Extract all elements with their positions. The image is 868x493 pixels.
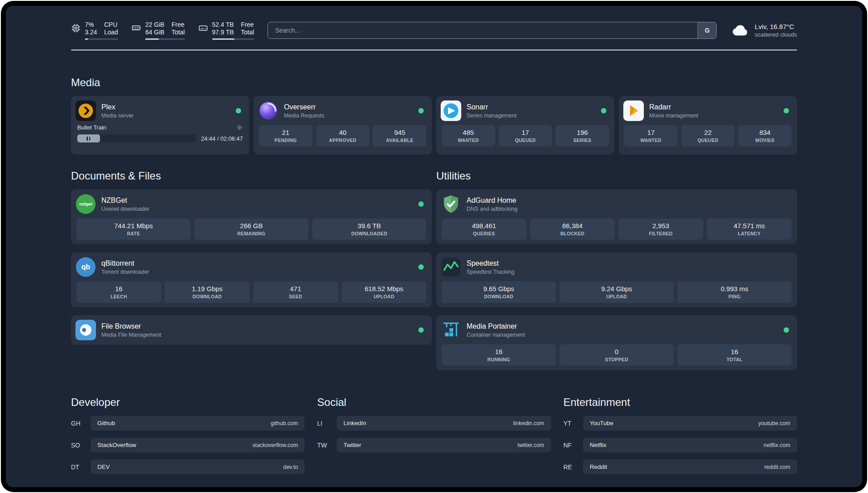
stat-value: 196 <box>577 129 588 136</box>
service-card-speedtest[interactable]: Speedtest Speedtest Tracking 9.65 GbpsDO… <box>436 252 797 307</box>
stat-label: REMAINING <box>238 231 266 236</box>
status-dot <box>418 201 424 207</box>
stat-label: STOPPED <box>605 357 628 362</box>
stat-value: 0.993 ms <box>721 285 748 292</box>
service-card-overseerr[interactable]: Overseerr Media Requests 21PENDING 40APP… <box>254 96 432 155</box>
stat-value: 1.19 Gbps <box>192 285 222 292</box>
service-card-adguard[interactable]: AdGuard Home DNS and adblocking 498,461Q… <box>436 189 797 244</box>
cpu-icon <box>71 23 81 33</box>
service-title: AdGuard Home <box>467 196 517 205</box>
stat-label: QUEUED <box>515 138 536 143</box>
disk-free-label: Free <box>241 21 254 29</box>
weather-widget: Lviv, 16.87°C scattered clouds <box>730 23 797 38</box>
bookmark-abbr: TW <box>317 442 330 449</box>
stat-value: 17 <box>647 129 655 136</box>
disk-free-value: 52.4 TB <box>212 21 234 29</box>
stat-label: BLOCKED <box>560 231 584 236</box>
stat-value: 744.21 Mbps <box>114 222 153 230</box>
weather-location: Lviv, 16.87°C <box>755 23 797 30</box>
status-dot <box>236 108 241 113</box>
stat-value: 9.65 Gbps <box>483 285 514 292</box>
memory-widget: 22 GiB 64 GiB Free Total <box>131 21 184 40</box>
service-title: Speedtest <box>467 259 514 267</box>
stat-box: 266 GBREMAINING <box>194 218 309 240</box>
screenshot-stage: 7% 3.24 CPU Load 22 GiB 64 GiB <box>0 0 868 493</box>
stat-label: DOWNLOADED <box>351 231 388 236</box>
stat-value: 16 <box>731 348 739 355</box>
stat-label: DOWNLOAD <box>484 294 513 299</box>
bookmark-row-stackoverflow: SO StackOverflow stackoverflow.com <box>71 438 305 452</box>
status-dot <box>418 108 424 113</box>
stat-box: 1.19 GbpsDOWNLOAD <box>165 281 250 303</box>
portainer-icon <box>441 320 461 340</box>
cpu-label: CPU <box>104 21 117 29</box>
bookmark-link-reddit[interactable]: Reddit reddit.com <box>583 460 797 474</box>
stat-value: 471 <box>290 285 301 292</box>
bookmark-link-stackoverflow[interactable]: StackOverflow stackoverflow.com <box>91 438 305 452</box>
stat-label: SEED <box>289 294 302 299</box>
stat-box: 2,953FILTERED <box>618 218 703 240</box>
stat-box: 16TOTAL <box>677 344 792 366</box>
sonarr-icon <box>441 100 461 121</box>
section-heading-developer: Developer <box>71 396 305 409</box>
stat-value: 17 <box>522 129 529 136</box>
bookmark-link-twitter[interactable]: Twitter twitter.com <box>337 438 551 452</box>
bookmark-link-netflix[interactable]: Netflix netflix.com <box>583 438 797 452</box>
disk-progress-bar <box>212 38 254 40</box>
filebrowser-icon <box>75 320 96 340</box>
section-heading-media: Media <box>71 76 797 89</box>
service-card-filebrowser[interactable]: File Browser Media File Management <box>71 315 432 345</box>
stat-value: 0 <box>615 348 618 355</box>
topbar-divider <box>71 50 797 50</box>
stat-box: 744.21 MbpsRATE <box>76 218 191 240</box>
stat-label: QUEUED <box>697 138 718 143</box>
cloud-icon <box>730 23 750 38</box>
service-subtitle: Media server <box>101 113 134 119</box>
section-heading-utilities: Utilities <box>436 170 797 182</box>
service-card-plex[interactable]: Plex Media server Bullet Train <box>71 96 249 155</box>
service-title: Overseerr <box>284 103 324 111</box>
memory-total-value: 64 GiB <box>145 29 164 36</box>
stat-value: 47.571 ms <box>734 222 765 230</box>
status-dot <box>784 327 789 333</box>
service-card-qbittorrent[interactable]: qb qBittorrent Torrent downloader 16LEEC… <box>71 252 432 307</box>
service-subtitle: Media Requests <box>284 113 324 119</box>
service-subtitle: Speedtest Tracking <box>467 269 514 275</box>
service-card-sonarr[interactable]: Sonarr Series management 485WANTED 17QUE… <box>436 96 614 155</box>
service-card-radarr[interactable]: Radarr Movie management 17WANTED 22QUEUE… <box>619 96 797 155</box>
stat-value: 498,461 <box>472 222 496 230</box>
nzbget-icon: nzbget <box>75 194 96 214</box>
stat-label: MOVIES <box>755 138 775 143</box>
bookmark-link-youtube[interactable]: YouTube youtube.com <box>583 416 797 430</box>
bookmark-link-dev[interactable]: DEV dev.to <box>91 460 305 474</box>
bookmark-link-linkedin[interactable]: LinkedIn linkedin.com <box>337 416 551 430</box>
service-card-nzbget[interactable]: nzbget NZBGet Usenet downloader 744.21 M… <box>71 189 432 244</box>
search-input[interactable] <box>268 22 697 38</box>
stat-value: 21 <box>282 129 289 136</box>
stat-box: 21PENDING <box>259 125 313 146</box>
bookmark-abbr: DT <box>71 464 84 471</box>
bookmark-row-netflix: NF Netflix netflix.com <box>563 438 797 452</box>
stat-box: 17WANTED <box>624 125 678 146</box>
bookmark-abbr: SO <box>71 442 84 449</box>
gear-icon[interactable] <box>236 124 243 131</box>
stat-value: 86,384 <box>562 222 583 230</box>
service-card-portainer[interactable]: Media Portainer Container management 16R… <box>436 315 797 370</box>
memory-free-label: Free <box>171 21 184 29</box>
stat-box: 945AVAILABLE <box>373 125 426 146</box>
stat-box: 618.52 MbpsUPLOAD <box>342 281 426 303</box>
stat-box: 40APPROVED <box>316 125 370 146</box>
stat-label: DOWNLOAD <box>192 294 221 299</box>
stat-label: APPROVED <box>329 138 356 143</box>
now-playing-title: Bullet Train <box>77 124 106 131</box>
section-heading-social: Social <box>317 396 551 409</box>
search-provider-button[interactable]: G <box>697 22 716 38</box>
media-grid: Plex Media server Bullet Train <box>71 96 797 155</box>
stat-value: 39.6 TB <box>358 222 381 230</box>
bookmark-abbr: GH <box>71 420 84 427</box>
bookmark-link-github[interactable]: Github github.com <box>91 416 305 430</box>
stat-box: 9.24 GbpsUPLOAD <box>559 281 674 303</box>
service-subtitle: Torrent downloader <box>101 269 149 275</box>
stat-value: 2,953 <box>652 222 669 230</box>
stat-box: 485WANTED <box>442 125 495 146</box>
